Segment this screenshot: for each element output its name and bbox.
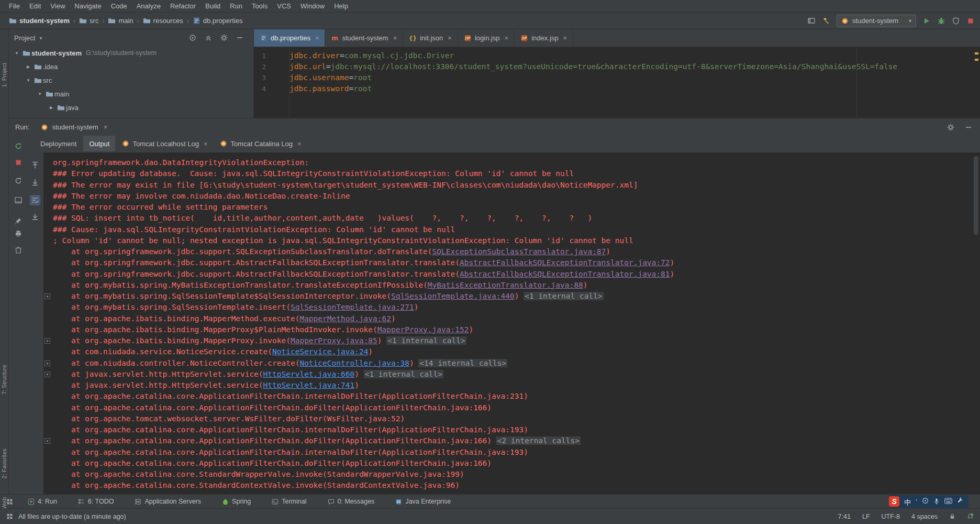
tree-row-src[interactable]: ▼src	[9, 73, 253, 87]
collapse-all-button[interactable]	[204, 34, 213, 42]
editor-tab-init-json[interactable]: {}init.json×	[403, 29, 458, 47]
editor-tab-db-properties[interactable]: db.properties×	[254, 29, 325, 47]
debug-button[interactable]	[937, 17, 945, 25]
ime-mic-button[interactable]	[933, 497, 940, 506]
tree-collapse-arrow-icon[interactable]: ▼	[24, 78, 33, 83]
tree-collapse-arrow-icon[interactable]: ▼	[35, 92, 44, 96]
stacktrace-link[interactable]: SqlSessionTemplate.java:271	[291, 303, 414, 311]
stacktrace-link[interactable]: MyBatisExceptionTranslator.java:88	[428, 281, 583, 289]
breadcrumb-main[interactable]: main	[106, 17, 135, 25]
sogou-logo[interactable]: S	[889, 496, 899, 507]
menu-item-code[interactable]: Code	[106, 2, 132, 10]
line-separator-widget[interactable]: LF	[862, 513, 870, 520]
menu-item-window[interactable]: Window	[296, 2, 329, 10]
run-session-tab[interactable]: student-system ×	[37, 123, 112, 131]
stacktrace-link[interactable]: NoticeService.java:24	[272, 347, 368, 356]
run-configuration-select[interactable]: student-system ▾	[837, 15, 916, 27]
breadcrumb-resources[interactable]: resources	[141, 17, 185, 25]
trash-button[interactable]	[13, 245, 24, 255]
hide-panel-button[interactable]	[236, 34, 244, 42]
stacktrace-link[interactable]: MapperProxy.java:85	[291, 336, 377, 345]
tree-row-student-system[interactable]: ▼student-systemG:\study\student-system	[9, 46, 253, 60]
tree-row-main[interactable]: ▼main	[9, 87, 253, 101]
down-stack-button[interactable]	[30, 177, 40, 188]
stacktrace-link[interactable]: MapperMethod.java:62	[299, 314, 391, 323]
close-tab-icon[interactable]: ×	[204, 140, 208, 148]
stacktrace-link[interactable]: NoticeController.java:38	[299, 359, 409, 367]
warning-stripe-mark[interactable]	[975, 59, 978, 61]
stripe-structure-button[interactable]: 7: Structure	[1, 365, 7, 395]
quick-access-icon[interactable]	[6, 513, 13, 520]
stacktrace-link[interactable]: SqlSessionTemplate.java:440	[391, 292, 515, 300]
fold-expand-icon[interactable]: +	[44, 372, 50, 377]
warning-stripe-mark[interactable]	[975, 52, 978, 54]
fold-expand-icon[interactable]: +	[44, 361, 50, 366]
stripe-project-button[interactable]: 1: Project	[1, 63, 7, 87]
menu-item-analyze[interactable]: Analyze	[132, 2, 165, 10]
encoding-widget[interactable]: UTF-8	[882, 513, 900, 520]
tree-row-idea[interactable]: ▶.idea	[9, 60, 253, 73]
toolwindow-switcher-icon[interactable]	[6, 498, 13, 505]
editor[interactable]: 1234 jdbc.driver=com.mysql.cj.jdbc.Drive…	[254, 47, 980, 118]
toolwindow-button-terminal[interactable]: Terminal	[272, 498, 306, 505]
tree-row-java[interactable]: ▶java	[9, 101, 253, 114]
close-tab-icon[interactable]: ×	[315, 34, 319, 42]
fold-expand-icon[interactable]: +	[44, 293, 50, 299]
indent-widget[interactable]: 4 spaces	[911, 513, 938, 520]
close-tab-icon[interactable]: ×	[448, 34, 452, 42]
console-output[interactable]: org.springframework.dao.DataIntegrityVio…	[43, 152, 980, 494]
breadcrumb-db-properties[interactable]: db.properties	[191, 17, 244, 25]
up-stack-button[interactable]	[30, 160, 40, 170]
print-button[interactable]	[13, 228, 24, 239]
stop-button[interactable]	[13, 157, 24, 168]
menu-item-tools[interactable]: Tools	[247, 2, 272, 10]
tree-collapse-arrow-icon[interactable]: ▼	[12, 51, 21, 56]
stacktrace-link[interactable]: HttpServlet.java:741	[263, 381, 355, 389]
console-scrollbar[interactable]	[974, 156, 978, 235]
locate-file-button[interactable]	[188, 34, 197, 42]
menu-item-vcs[interactable]: VCS	[272, 2, 296, 10]
close-session-icon[interactable]: ×	[104, 123, 108, 131]
menu-item-refactor[interactable]: Refactor	[165, 2, 201, 10]
rerun-button[interactable]	[13, 141, 24, 151]
toolwindow-button-6-todo[interactable]: 6: TODO	[78, 498, 114, 505]
toolwindow-button-4-run[interactable]: 4: Run	[28, 498, 57, 505]
pin-button[interactable]	[13, 216, 24, 226]
menu-item-run[interactable]: Run	[225, 2, 247, 10]
settings-gear-icon[interactable]	[946, 123, 955, 132]
stacktrace-link[interactable]: AbstractFallbackSQLExceptionTranslator.j…	[460, 270, 670, 278]
build-project-button[interactable]	[822, 17, 830, 25]
run-button[interactable]	[922, 17, 931, 25]
fold-expand-icon[interactable]: +	[44, 338, 50, 344]
stacktrace-link[interactable]: MapperProxy.java:152	[377, 325, 469, 334]
menu-item-file[interactable]: File	[4, 2, 25, 10]
breadcrumb-student-system[interactable]: student-system	[7, 17, 71, 25]
stacktrace-link[interactable]: AbstractFallbackSQLExceptionTranslator.j…	[460, 258, 670, 267]
ime-wrench-button[interactable]	[957, 497, 964, 506]
stripe-favorites-button[interactable]: 2: Favorites	[1, 449, 7, 478]
menu-item-navigate[interactable]: Navigate	[70, 2, 106, 10]
toolwindow-button-0-messages[interactable]: 0: Messages	[328, 498, 375, 505]
ime-circle-dot-button[interactable]	[922, 497, 929, 506]
editor-tab-login-jsp[interactable]: JSPlogin.jsp×	[458, 29, 515, 47]
toolwindow-button-spring[interactable]: Spring	[222, 498, 251, 505]
editor-tab-index-jsp[interactable]: JSPindex.jsp×	[515, 29, 573, 47]
menu-item-edit[interactable]: Edit	[25, 2, 46, 10]
coverage-button[interactable]	[952, 17, 960, 25]
tree-expand-arrow-icon[interactable]: ▶	[47, 105, 56, 110]
run-tab-deployment[interactable]: Deployment	[35, 136, 82, 151]
ime-punctuation-toggle[interactable]: ’	[916, 498, 917, 506]
settings-gear-icon[interactable]	[220, 34, 228, 42]
editor-content[interactable]: jdbc.driver=com.mysql.cj.jdbc.Driverjdbc…	[289, 47, 973, 118]
project-panel-title[interactable]: Project	[14, 34, 35, 42]
restart-button[interactable]	[13, 176, 24, 186]
toolwindow-button-application-servers[interactable]: Application Servers	[135, 498, 201, 505]
editor-tab-student-system[interactable]: mstudent-system×	[325, 29, 403, 47]
event-log-icon[interactable]	[967, 513, 974, 520]
breadcrumb-src[interactable]: src	[77, 17, 100, 25]
stacktrace-link[interactable]: SQLExceptionSubclassTranslator.java:87	[432, 247, 606, 256]
close-tab-icon[interactable]: ×	[297, 140, 302, 148]
close-tab-icon[interactable]: ×	[505, 34, 509, 42]
menu-item-build[interactable]: Build	[201, 2, 225, 10]
caret-position-widget[interactable]: 7:41	[838, 513, 851, 520]
